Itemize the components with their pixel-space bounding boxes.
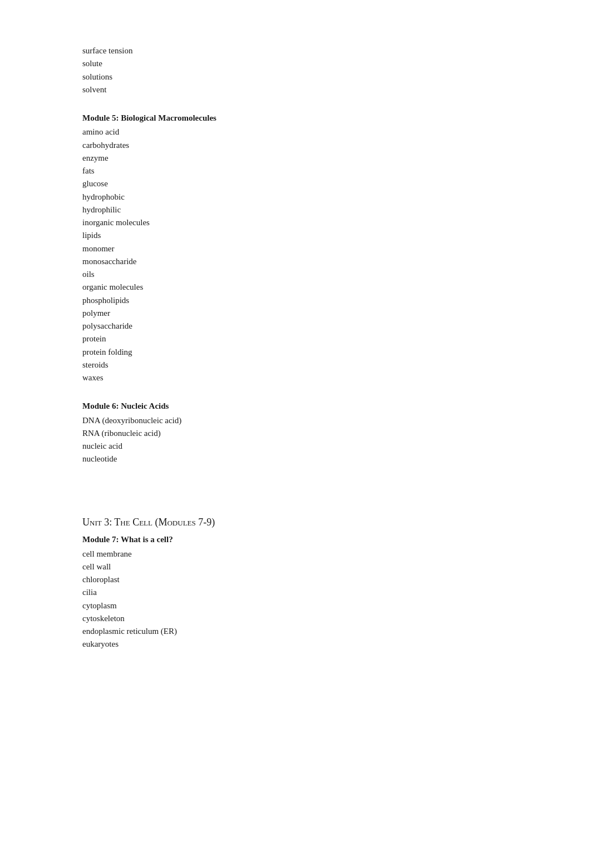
- spacer-before-unit3: [82, 482, 509, 515]
- term-cell-membrane: cell membrane: [82, 548, 509, 561]
- water-terms-section: surface tension solute solutions solvent: [82, 44, 509, 96]
- unit3-heading: Unit 3: The Cell (Modules 7-9): [82, 515, 509, 530]
- term-solute: solute: [82, 57, 509, 70]
- term-cilia: cilia: [82, 586, 509, 599]
- term-endoplasmic-reticulum: endoplasmic reticulum (ER): [82, 625, 509, 638]
- term-hydrophobic: hydrophobic: [82, 191, 509, 204]
- term-cytoplasm: cytoplasm: [82, 599, 509, 612]
- term-organic-molecules: organic molecules: [82, 281, 509, 294]
- term-surface-tension: surface tension: [82, 44, 509, 57]
- term-nucleic-acid: nucleic acid: [82, 440, 509, 453]
- unit3-section: Unit 3: The Cell (Modules 7-9) Module 7:…: [82, 515, 509, 651]
- module5-section: Module 5: Biological Macromolecules amin…: [82, 112, 509, 384]
- term-chloroplast: chloroplast: [82, 573, 509, 586]
- term-enzyme: enzyme: [82, 152, 509, 165]
- term-cytoskeleton: cytoskeleton: [82, 612, 509, 625]
- term-steroids: steroids: [82, 359, 509, 371]
- term-carbohydrates: carbohydrates: [82, 139, 509, 152]
- term-eukaryotes: eukaryotes: [82, 638, 509, 651]
- term-waxes: waxes: [82, 371, 509, 384]
- term-fats: fats: [82, 165, 509, 177]
- module6-section: Module 6: Nucleic Acids DNA (deoxyribonu…: [82, 400, 509, 465]
- term-solutions: solutions: [82, 71, 509, 83]
- term-rna: RNA (ribonucleic acid): [82, 427, 509, 440]
- term-phospholipids: phospholipids: [82, 294, 509, 307]
- term-protein-folding: protein folding: [82, 346, 509, 359]
- module7-heading: Module 7: What is a cell?: [82, 533, 509, 546]
- term-hydrophilic: hydrophilic: [82, 204, 509, 216]
- term-lipids: lipids: [82, 229, 509, 242]
- term-glucose: glucose: [82, 177, 509, 190]
- term-nucleotide: nucleotide: [82, 453, 509, 465]
- term-dna: DNA (deoxyribonucleic acid): [82, 414, 509, 427]
- page-content: surface tension solute solutions solvent…: [82, 44, 509, 651]
- term-monosaccharide: monosaccharide: [82, 255, 509, 268]
- term-solvent: solvent: [82, 83, 509, 96]
- term-oils: oils: [82, 268, 509, 281]
- term-protein: protein: [82, 333, 509, 345]
- module6-heading: Module 6: Nucleic Acids: [82, 400, 509, 413]
- term-monomer: monomer: [82, 242, 509, 255]
- term-amino-acid: amino acid: [82, 126, 509, 138]
- module5-heading: Module 5: Biological Macromolecules: [82, 112, 509, 125]
- module7-section: Module 7: What is a cell? cell membrane …: [82, 533, 509, 651]
- term-inorganic-molecules: inorganic molecules: [82, 216, 509, 229]
- term-polysaccharide: polysaccharide: [82, 320, 509, 333]
- term-polymer: polymer: [82, 307, 509, 320]
- term-cell-wall: cell wall: [82, 561, 509, 573]
